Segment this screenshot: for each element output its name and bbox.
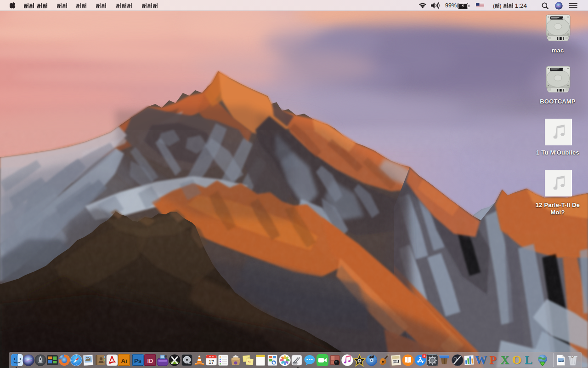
svg-text:Plan: Plan — [248, 361, 251, 363]
svg-text:4: 4 — [423, 354, 425, 357]
svg-text:Note: Note — [248, 357, 251, 359]
svg-text:Ai: Ai — [121, 357, 127, 364]
svg-text:Ps: Ps — [134, 357, 141, 364]
svg-text:17: 17 — [209, 359, 214, 365]
svg-text:ID: ID — [147, 357, 153, 364]
